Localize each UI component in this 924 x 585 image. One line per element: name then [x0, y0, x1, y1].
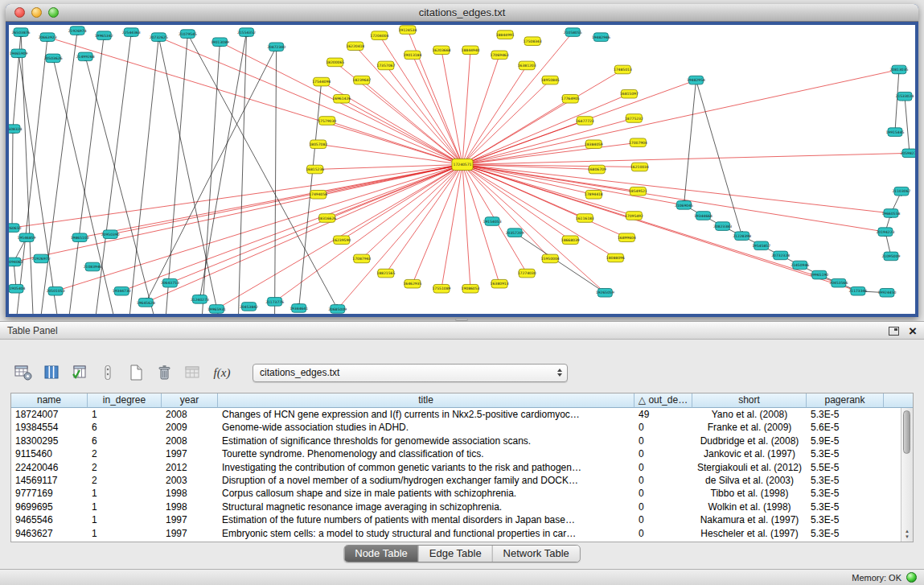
graph-node[interactable]: 18775232 [625, 114, 643, 123]
graph-node[interactable]: 16806709 [588, 165, 606, 174]
graph-node[interactable]: 21058055 [564, 28, 582, 37]
graph-node[interactable]: 19965190 [810, 270, 828, 279]
graph-node[interactable]: 18384059 [585, 140, 603, 149]
graph-node[interactable]: 17494056 [309, 190, 327, 199]
graph-node[interactable]: 19265059 [596, 288, 614, 297]
graph-node[interactable]: 16381203 [518, 61, 536, 70]
graph-node[interactable]: 16380913 [491, 279, 509, 288]
column-header[interactable]: short [692, 393, 807, 408]
citation-network-graph[interactable]: 1724057116806709178944181611618318668039… [9, 25, 915, 314]
table-row[interactable]: 911546021997Tourette syndrome. Phenomeno… [11, 447, 901, 460]
graph-node[interactable]: 20663923 [39, 33, 57, 42]
graph-node[interactable]: 16961426 [332, 94, 351, 103]
graph-node[interactable]: 20503626 [44, 54, 63, 63]
network-canvas[interactable]: 1724057116806709178944181611618318668039… [9, 25, 915, 314]
table-row[interactable]: 977716911998Corpus callosum shape and si… [11, 487, 901, 500]
graph-node[interactable]: 20501053 [47, 286, 65, 295]
graph-node[interactable]: 17551089 [433, 284, 451, 293]
graph-node[interactable]: 17087943 [352, 254, 371, 263]
graph-node[interactable]: 17095492 [625, 212, 643, 220]
graph-node[interactable]: 17508343 [524, 37, 542, 46]
graph-node[interactable]: 20094063 [9, 257, 23, 266]
zoom-window-button[interactable] [48, 7, 59, 18]
table-row[interactable]: 946554611997Estimation of the future num… [11, 513, 901, 526]
graph-node[interactable]: 21260650 [9, 224, 22, 233]
graph-node[interactable]: 20950390 [101, 230, 120, 239]
graph-node[interactable]: 17357067 [376, 61, 395, 70]
graph-node[interactable]: 20598278 [901, 149, 915, 158]
graph-node[interactable]: 19154053 [483, 217, 502, 226]
graph-node[interactable]: 18549521 [629, 187, 647, 196]
graph-node[interactable]: 18200065 [326, 58, 344, 67]
tab-node-table[interactable]: Node Table [344, 546, 419, 562]
graph-node[interactable]: 18668039 [561, 236, 580, 245]
graph-node[interactable]: 17764905 [561, 94, 580, 103]
graph-node[interactable]: 19546859 [18, 233, 36, 242]
graph-node[interactable]: 19124534 [398, 26, 417, 35]
graph-node[interactable]: 21173346 [848, 286, 867, 295]
graph-node[interactable]: 19344664 [694, 212, 713, 220]
graph-node[interactable]: 20732328 [771, 251, 790, 260]
graph-node[interactable]: 16462935 [403, 279, 421, 288]
graph-node[interactable]: 18316626 [318, 214, 336, 223]
graph-node[interactable]: 17204004 [370, 31, 388, 40]
graph-node[interactable]: 18088096 [606, 253, 625, 262]
column-header[interactable]: △ out_de… [634, 393, 692, 408]
graph-node[interactable]: 19965342 [95, 31, 113, 40]
column-header[interactable]: year [162, 393, 218, 408]
graph-node[interactable]: 19013184 [403, 51, 421, 60]
graph-node[interactable]: 21499268 [76, 52, 95, 61]
graph-node[interactable]: 19344641 [290, 304, 308, 313]
column-header[interactable]: pagerank [807, 393, 884, 408]
graph-node[interactable]: 19915445 [886, 128, 905, 137]
graph-node[interactable]: 16477723 [576, 117, 594, 126]
graph-node[interactable]: 19482946 [592, 33, 610, 42]
graph-node[interactable]: 18844940 [462, 46, 480, 55]
graph-node[interactable]: 21905404 [9, 284, 26, 293]
close-panel-icon[interactable]: × [909, 324, 917, 338]
graph-node[interactable]: 19344730 [113, 286, 131, 295]
graph-node[interactable]: 19865103 [71, 233, 89, 242]
graph-node[interactable]: 17579030 [318, 117, 336, 126]
graph-node[interactable]: 16210034 [630, 163, 649, 171]
graph-node[interactable]: 19013089 [211, 38, 229, 47]
graph-node[interactable]: 19086053 [462, 284, 480, 293]
show-columns-icon[interactable] [41, 362, 62, 383]
tab-network-table[interactable]: Network Table [493, 546, 580, 562]
graph-node[interactable]: 16116183 [576, 214, 594, 223]
graph-node[interactable]: 18950845 [541, 76, 560, 84]
function-builder-icon[interactable]: f(x) [210, 362, 234, 383]
float-panel-icon[interactable] [889, 327, 899, 336]
graph-node[interactable]: 19645628 [137, 299, 155, 307]
graph-node[interactable]: 20453842 [240, 303, 258, 311]
graph-node[interactable]: 19660558 [881, 209, 900, 218]
graph-node[interactable]: 21069045 [675, 201, 693, 210]
graph-node[interactable]: 17007904 [629, 138, 647, 147]
graph-node[interactable]: 18057082 [309, 140, 327, 149]
graph-node[interactable]: 16815097 [620, 89, 639, 98]
graph-node[interactable]: 21554352 [237, 28, 256, 37]
graph-node[interactable]: 21103067 [893, 187, 911, 196]
delete-icon[interactable] [154, 362, 175, 383]
graph-node[interactable]: 17894418 [585, 190, 603, 199]
graph-node[interactable]: 21095009 [881, 252, 900, 261]
table-row[interactable]: 946362711997Embryonic stem cells: a mode… [11, 527, 901, 540]
new-document-icon[interactable] [125, 362, 146, 383]
graph-node[interactable]: 19965931 [207, 305, 226, 314]
graph-node[interactable]: 20453566 [829, 278, 848, 287]
graph-node[interactable]: 20643753 [161, 278, 179, 287]
graph-node[interactable]: 19924450 [877, 288, 896, 297]
graph-node[interactable]: 18844991 [496, 31, 515, 39]
column-header[interactable]: in_degree [88, 393, 162, 408]
graph-node[interactable]: 21083946 [84, 262, 102, 271]
add-column-icon[interactable] [69, 362, 90, 383]
graph-node[interactable]: 19482954 [687, 76, 705, 84]
tab-edge-table[interactable]: Edge Table [419, 546, 493, 562]
graph-node[interactable]: 18821565 [376, 269, 395, 278]
graph-node[interactable]: 20813035 [890, 65, 909, 74]
graph-node[interactable]: 20472340 [267, 43, 285, 51]
scrollbar-thumb[interactable] [903, 410, 910, 454]
graph-node[interactable]: 16815236 [306, 165, 324, 174]
graph-node[interactable]: 20194223 [876, 228, 894, 237]
rows-icon[interactable] [97, 362, 118, 383]
